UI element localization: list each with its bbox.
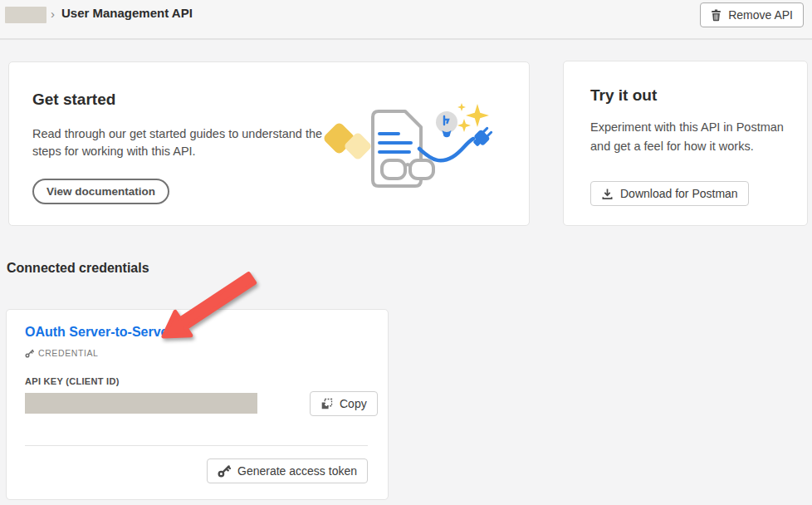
docs-plug-illustration — [318, 91, 511, 200]
chevron-right-icon: › — [51, 7, 55, 21]
credential-type-badge: CREDENTIAL — [25, 348, 99, 358]
copy-icon — [320, 398, 333, 410]
generate-access-token-button[interactable]: Generate access token — [207, 458, 368, 483]
api-key-value-redacted — [25, 393, 257, 414]
key-icon — [218, 464, 231, 478]
page: › User Management API Remove API Get sta… — [0, 0, 812, 505]
api-key-label: API KEY (CLIENT ID) — [25, 376, 120, 386]
remove-api-label: Remove API — [728, 8, 793, 22]
download-for-postman-button[interactable]: Download for Postman — [590, 181, 749, 206]
generate-access-token-label: Generate access token — [237, 464, 357, 478]
download-for-postman-label: Download for Postman — [620, 187, 738, 200]
remove-api-button[interactable]: Remove API — [700, 2, 804, 27]
key-icon — [25, 349, 34, 358]
download-icon — [601, 188, 614, 200]
trash-icon — [711, 9, 722, 22]
copy-button[interactable]: Copy — [310, 391, 378, 416]
credential-type-label: CREDENTIAL — [38, 348, 99, 358]
get-started-title: Get started — [32, 91, 115, 109]
credential-card: OAuth Server-to-Server CREDENTIAL API KE… — [6, 309, 389, 500]
copy-label: Copy — [340, 397, 367, 410]
get-started-body: Read through our get started guides to u… — [32, 125, 325, 160]
breadcrumb-bar: › User Management API Remove API — [0, 0, 812, 40]
breadcrumb-project-redacted[interactable] — [5, 7, 46, 23]
try-it-out-title: Try it out — [590, 86, 657, 105]
page-title: User Management API — [61, 6, 193, 20]
credential-divider — [25, 445, 368, 446]
connected-credentials-heading: Connected credentials — [7, 261, 149, 276]
try-it-out-body: Experiment with this API in Postman and … — [590, 118, 788, 156]
oauth-server-to-server-link[interactable]: OAuth Server-to-Server — [25, 325, 174, 340]
view-documentation-button[interactable]: View documentation — [32, 179, 169, 204]
try-it-out-card: Try it out Experiment with this API in P… — [563, 61, 808, 226]
view-documentation-label: View documentation — [46, 185, 155, 198]
get-started-card: Get started Read through our get started… — [8, 61, 530, 226]
